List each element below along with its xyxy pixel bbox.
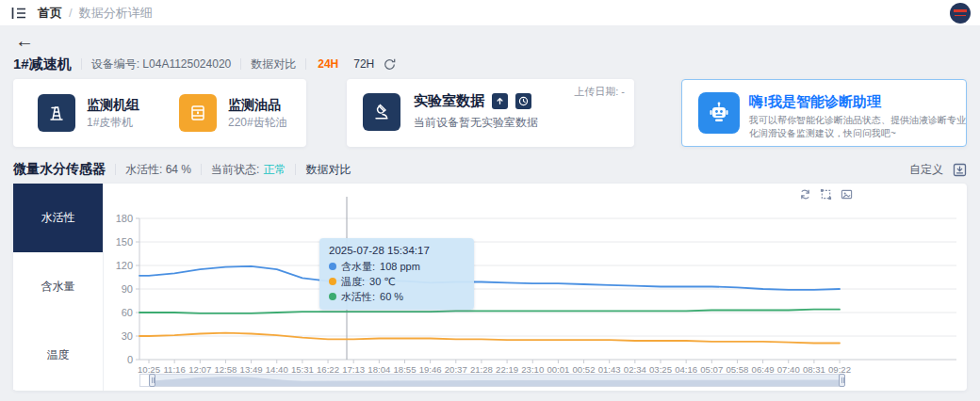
series-dot-temperature: [329, 278, 336, 285]
chart-tooltip: 2025-07-28 15:34:17 含水量: 108 ppm 温度: 30 …: [319, 238, 474, 310]
oil-title: 监测油品: [228, 96, 287, 113]
status-label: 当前状态:: [211, 162, 259, 178]
datazoom-right-handle[interactable]: [839, 374, 845, 387]
tooltip-value: 30 ℃: [369, 275, 396, 288]
refresh-icon[interactable]: [384, 58, 396, 71]
tooltip-value: 60 %: [380, 290, 403, 303]
svg-text:0: 0: [127, 354, 133, 365]
breadcrumb-current: 数据分析详细: [79, 5, 153, 22]
device-title-bar: 1#减速机 设备编号: L04A1125024020 数据对比 24H 72H: [13, 55, 396, 73]
sensor-title: 微量水分传感器: [13, 161, 106, 178]
svg-text:120: 120: [116, 260, 133, 271]
data-compare-label[interactable]: 数据对比: [251, 56, 296, 72]
back-button[interactable]: ←: [15, 30, 34, 51]
svg-text:180: 180: [116, 213, 133, 224]
divider: [305, 58, 306, 70]
sensor-chart-card: 水活性 含水量 温度 030609012015018010:2511:1612:…: [13, 184, 967, 391]
series-dot-water-content: [329, 263, 336, 270]
oil-subtitle: 220#齿轮油: [228, 115, 287, 130]
upload-date-label: 上传日期: -: [574, 85, 625, 99]
series-dot-water-activity: [329, 293, 336, 300]
device-title: 1#减速机: [13, 56, 72, 73]
ai-assistant-card[interactable]: 嗨!我是智能诊断助理 我可以帮你智能化诊断油品状态、提供油液诊断专业 化润滑设备…: [681, 79, 967, 147]
divider: [295, 164, 296, 175]
range-72h-button[interactable]: 72H: [353, 57, 374, 71]
sensor-data-compare[interactable]: 数据对比: [305, 162, 351, 178]
divider: [115, 164, 116, 175]
range-24h-button[interactable]: 24H: [318, 57, 338, 71]
machine-icon: [38, 94, 75, 132]
monitor-oil-item[interactable]: 监测油品 220#齿轮油: [179, 94, 287, 132]
datazoom-left-handle[interactable]: [149, 374, 155, 387]
breadcrumb-separator: /: [69, 6, 73, 20]
datazoom-preview-wave: [152, 375, 844, 386]
tooltip-value: 108 ppm: [380, 260, 420, 273]
tooltip-row-temperature: 温度: 30 ℃: [329, 275, 465, 288]
svg-text:60: 60: [122, 307, 133, 318]
sensor-section-bar: 微量水分传感器 水活性: 64 % 当前状态: 正常 数据对比 自定义: [13, 160, 967, 179]
assistant-desc-line2: 化润滑设备监测建议，快问问我吧~: [749, 127, 966, 140]
svg-text:30: 30: [122, 330, 133, 342]
monitor-card: 监测机组 1#皮带机 监测油品 220#齿轮油: [13, 79, 306, 147]
export-download-icon[interactable]: [953, 163, 967, 177]
upload-icon[interactable]: [492, 93, 508, 109]
svg-text:90: 90: [122, 283, 133, 295]
lab-data-card[interactable]: 上传日期: - 实验室数据 当前设备暂无实验室数据: [347, 79, 634, 147]
divider: [240, 58, 241, 70]
tooltip-row-water-activity: 水活性: 60 %: [329, 290, 465, 303]
tooltip-row-water-content: 含水量: 108 ppm: [329, 260, 465, 273]
collapse-menu-icon[interactable]: [11, 7, 26, 20]
tooltip-label: 水活性:: [341, 290, 375, 303]
tab-water-content[interactable]: 含水量: [13, 252, 103, 321]
status-value: 正常: [263, 162, 286, 178]
custom-button[interactable]: 自定义: [909, 162, 943, 178]
lab-title: 实验室数据: [414, 92, 484, 110]
data-analysis-page: 首页 / 数据分析详细 ← 1#减速机 设备编号: L04A1125024020…: [0, 0, 980, 401]
machine-title: 监测机组: [87, 96, 139, 113]
divider: [201, 164, 202, 175]
breadcrumb-home[interactable]: 首页: [38, 5, 62, 22]
monitor-machine-item[interactable]: 监测机组 1#皮带机: [38, 94, 139, 132]
assistant-title: 嗨!我是智能诊断助理: [749, 92, 966, 110]
assistant-desc-line1: 我可以帮你智能化诊断油品状态、提供油液诊断专业: [749, 114, 966, 127]
tooltip-label: 含水量:: [341, 260, 375, 273]
machine-subtitle: 1#皮带机: [87, 115, 139, 130]
svg-text:150: 150: [116, 236, 133, 248]
line-chart[interactable]: 030609012015018010:2511:1612:0712:5813:4…: [104, 184, 967, 391]
chart-region: 030609012015018010:2511:1612:0712:5813:4…: [104, 184, 967, 391]
tab-water-activity[interactable]: 水活性: [13, 184, 103, 252]
datazoom-slider[interactable]: [139, 374, 843, 387]
device-code: 设备编号: L04A1125024020: [91, 56, 232, 72]
microscope-icon: [363, 93, 400, 131]
history-clock-icon[interactable]: [515, 93, 531, 109]
top-bar: 首页 / 数据分析详细: [0, 0, 980, 26]
chart-tabs: 水活性 含水量 温度: [13, 184, 104, 391]
tooltip-label: 温度:: [341, 275, 365, 288]
tooltip-time: 2025-07-28 15:34:17: [329, 244, 465, 258]
robot-icon: [698, 92, 740, 134]
user-avatar[interactable]: [950, 3, 971, 24]
divider: [81, 58, 82, 70]
tab-temperature[interactable]: 温度: [13, 321, 103, 390]
lab-subtitle: 当前设备暂无实验室数据: [414, 115, 538, 131]
water-activity-value: 水活性: 64 %: [125, 162, 191, 178]
datazoom-selected-range[interactable]: [152, 375, 842, 386]
oil-barrel-icon: [179, 94, 217, 132]
